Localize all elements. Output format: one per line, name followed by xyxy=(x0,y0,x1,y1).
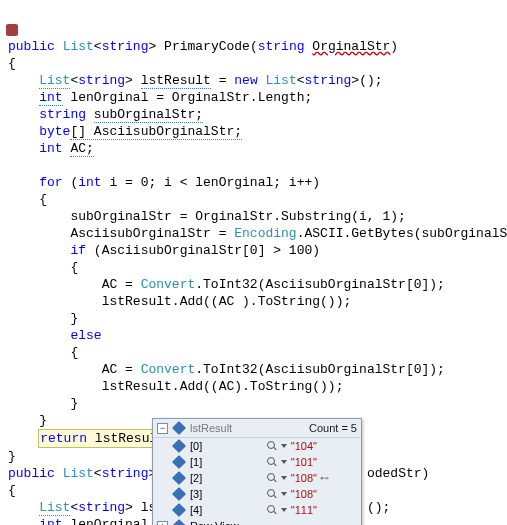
object-icon xyxy=(172,421,186,435)
keyword: string xyxy=(78,500,125,515)
keyword: string xyxy=(258,39,305,54)
object-icon xyxy=(172,503,186,517)
keyword: int xyxy=(39,90,62,106)
dropdown-icon[interactable] xyxy=(281,460,287,464)
type: Convert xyxy=(141,362,196,377)
visualizer-icon[interactable] xyxy=(267,457,277,467)
keyword: byte xyxy=(39,124,70,139)
datatip-index: [1] xyxy=(190,454,263,470)
code-text: subOrginalStr = OrginalStr.Substring(i, … xyxy=(70,209,405,224)
keyword: int xyxy=(39,517,62,525)
keyword: for xyxy=(39,175,62,190)
keyword: string xyxy=(39,107,86,122)
datatip-value: "108" xyxy=(291,470,317,486)
pin-icon[interactable] xyxy=(321,474,329,482)
code-text: (); xyxy=(367,500,390,515)
code-text: .ToInt32(AsciisubOrginalStr[0]); xyxy=(195,277,445,292)
keyword: int xyxy=(39,141,62,156)
keyword: public xyxy=(8,466,55,481)
type: List xyxy=(63,39,94,54)
var: lstResult xyxy=(141,73,211,89)
var: AC; xyxy=(70,141,93,157)
keyword: string xyxy=(102,39,149,54)
param: odedStr) xyxy=(367,466,429,481)
code-text: lstResult.Add((AC ).ToString()); xyxy=(102,294,352,309)
datatip-item-row[interactable]: [1] "101" xyxy=(153,454,361,470)
debugger-datatip[interactable]: − lstResult Count = 5 [0] "104" [1] "101… xyxy=(152,418,362,525)
code-text: (AsciisubOrginalStr[0] > 100) xyxy=(86,243,320,258)
dropdown-icon[interactable] xyxy=(281,508,287,512)
datatip-index: [4] xyxy=(190,502,263,518)
datatip-value: "101" xyxy=(291,454,317,470)
visualizer-icon[interactable] xyxy=(267,473,277,483)
keyword: if xyxy=(70,243,86,258)
datatip-index: [2] xyxy=(190,470,263,486)
code-text: .ASCII.GetBytes(subOrginalStr); xyxy=(297,226,507,241)
code-text: AC = xyxy=(102,362,141,377)
code-text: i = 0; i < lenOrginal; i++) xyxy=(102,175,320,190)
type: List xyxy=(63,466,94,481)
type: List xyxy=(39,500,70,516)
var: subOrginalStr; xyxy=(94,107,203,123)
keyword: return xyxy=(40,431,87,446)
datatip-item-row[interactable]: [0] "104" xyxy=(153,438,361,454)
datatip-header-row[interactable]: − lstResult Count = 5 xyxy=(153,419,361,438)
dropdown-icon[interactable] xyxy=(281,444,287,448)
datatip-item-row[interactable]: [3] "108" xyxy=(153,486,361,502)
datatip-value: "111" xyxy=(291,502,317,518)
var: lenOrginal xyxy=(70,90,148,105)
dropdown-icon[interactable] xyxy=(281,476,287,480)
datatip-count-label: Count = 5 xyxy=(309,420,357,436)
keyword: public xyxy=(8,39,55,54)
object-icon xyxy=(172,487,186,501)
type: List xyxy=(266,73,297,88)
object-icon xyxy=(172,439,186,453)
code-text: .ToInt32(AsciisubOrginalStr[0]); xyxy=(195,362,445,377)
datatip-value: "108" xyxy=(291,486,317,502)
var: [] AsciisubOrginalStr; xyxy=(70,124,242,140)
method-name: PrimaryCode xyxy=(164,39,250,54)
expand-icon[interactable]: + xyxy=(157,521,168,526)
datatip-var-name: lstResult xyxy=(190,420,305,436)
datatip-item-row[interactable]: [4] "111" xyxy=(153,502,361,518)
datatip-rawview-row[interactable]: + Raw View xyxy=(153,518,361,525)
datatip-index: [0] xyxy=(190,438,263,454)
breakpoint-marker[interactable] xyxy=(6,24,18,36)
object-icon xyxy=(172,455,186,469)
var: lenOrginal xyxy=(63,517,149,525)
collapse-icon[interactable]: − xyxy=(157,423,168,434)
object-icon xyxy=(172,471,186,485)
object-icon xyxy=(172,519,186,525)
code-text: AsciisubOrginalStr = xyxy=(70,226,234,241)
keyword: new xyxy=(234,73,257,88)
visualizer-icon[interactable] xyxy=(267,441,277,451)
visualizer-icon[interactable] xyxy=(267,489,277,499)
code-text: lstResult.Add((AC).ToString()); xyxy=(102,379,344,394)
datatip-value: "104" xyxy=(291,438,317,454)
code-text: AC = xyxy=(102,277,141,292)
datatip-rawview-label: Raw View xyxy=(190,518,263,525)
type: Convert xyxy=(141,277,196,292)
param: OrginalStr xyxy=(312,39,390,54)
visualizer-icon[interactable] xyxy=(267,505,277,515)
code-text: OrginalStr.Length; xyxy=(172,90,312,105)
type: List xyxy=(39,73,70,89)
dropdown-icon[interactable] xyxy=(281,492,287,496)
datatip-item-row[interactable]: [2] "108" xyxy=(153,470,361,486)
keyword: string xyxy=(305,73,352,88)
keyword: else xyxy=(70,328,101,343)
keyword: string xyxy=(78,73,125,88)
type: Encoding xyxy=(234,226,296,241)
datatip-index: [3] xyxy=(190,486,263,502)
keyword: int xyxy=(78,175,101,190)
keyword: string xyxy=(102,466,149,481)
